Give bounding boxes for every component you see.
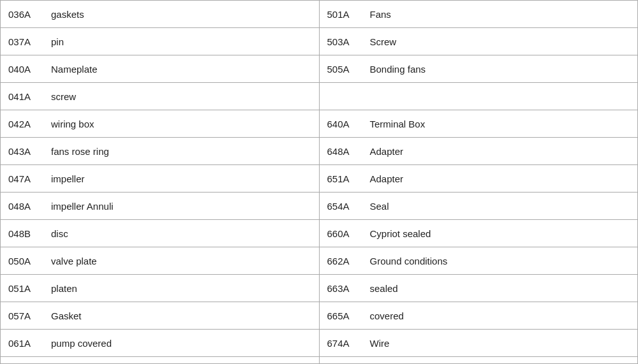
part-code: 674A (320, 338, 367, 349)
table-row: 505ABonding fans (320, 55, 638, 83)
part-name: pin (48, 36, 319, 47)
part-code: 051A (1, 283, 48, 294)
table-row: 651AAdapter (320, 165, 638, 193)
part-code: 061A (1, 338, 48, 349)
table-row: 048Bdisc (1, 220, 319, 247)
table-row: 048Aimpeller Annuli (1, 193, 319, 220)
table-row (320, 83, 638, 110)
part-code: 057A (1, 310, 48, 321)
part-code: 040A (1, 64, 48, 75)
part-code: 043A (1, 146, 48, 157)
part-code: 654A (320, 201, 367, 212)
part-code: 648A (320, 146, 367, 157)
table-row: 674AWire (320, 330, 638, 357)
part-code: 047A (1, 173, 48, 184)
table-row: 043Afans rose ring (1, 138, 319, 165)
table-row: 050Avalve plate (1, 247, 319, 275)
table-row: 662AGround conditions (320, 247, 638, 275)
table-row: 648AAdapter (320, 138, 638, 165)
part-name: Wire (367, 338, 638, 349)
table-row: 640ATerminal Box (320, 110, 638, 138)
part-code: 651A (320, 173, 367, 184)
part-code: 048B (1, 228, 48, 239)
part-name: sealed (367, 283, 638, 294)
part-name: gaskets (48, 9, 319, 20)
part-name: impeller (48, 173, 319, 184)
part-name: Adapter (367, 173, 638, 184)
part-name: valve plate (48, 256, 319, 266)
part-code: 042A (1, 119, 48, 129)
part-name: Screw (367, 36, 638, 47)
part-code: 663A (320, 283, 367, 294)
part-code: 662A (320, 256, 367, 266)
table-row: 037Apin (1, 28, 319, 55)
parts-table: 036Agaskets037Apin040ANameplate041Ascrew… (0, 0, 638, 364)
part-name: Seal (367, 201, 638, 212)
table-row: 654ASeal (320, 193, 638, 220)
part-name: Ground conditions (367, 256, 638, 266)
part-code: 048A (1, 201, 48, 212)
part-code: 503A (320, 36, 367, 47)
table-row: 047Aimpeller (1, 165, 319, 193)
part-name: fans rose ring (48, 146, 319, 157)
table-row: 660ACypriot sealed (320, 220, 638, 247)
part-name: Nameplate (48, 64, 319, 75)
table-row: 041Ascrew (1, 83, 319, 110)
table-row: 501AFans (320, 1, 638, 28)
right-column: 501AFans503AScrew505ABonding fans640ATer… (320, 1, 638, 363)
part-code: 665A (320, 310, 367, 321)
part-code: 037A (1, 36, 48, 47)
part-name: platen (48, 283, 319, 294)
part-name: disc (48, 228, 319, 239)
part-name: impeller Annuli (48, 201, 319, 212)
part-code: 660A (320, 228, 367, 239)
part-code: 505A (320, 64, 367, 75)
table-row: 042Awiring box (1, 110, 319, 138)
part-code: 640A (320, 119, 367, 129)
table-row: 036Agaskets (1, 1, 319, 28)
table-row: 503AScrew (320, 28, 638, 55)
part-name: Fans (367, 9, 638, 20)
part-name: Bonding fans (367, 64, 638, 75)
table-row: 057AGasket (1, 302, 319, 330)
part-name: wiring box (48, 119, 319, 129)
left-column: 036Agaskets037Apin040ANameplate041Ascrew… (1, 1, 320, 363)
part-code: 050A (1, 256, 48, 266)
part-name: Adapter (367, 146, 638, 157)
table-row: 663Asealed (320, 275, 638, 302)
part-name: pump covered (48, 338, 319, 349)
part-code: 036A (1, 9, 48, 20)
table-row: 040ANameplate (1, 55, 319, 83)
part-name: Gasket (48, 310, 319, 321)
table-row: 061Apump covered (1, 330, 319, 357)
table-row: 051Aplaten (1, 275, 319, 302)
part-name: screw (48, 91, 319, 102)
part-name: Cypriot sealed (367, 228, 638, 239)
part-code: 501A (320, 9, 367, 20)
part-code: 041A (1, 91, 48, 102)
part-name: covered (367, 310, 638, 321)
part-name: Terminal Box (367, 119, 638, 129)
table-row: 665Acovered (320, 302, 638, 330)
